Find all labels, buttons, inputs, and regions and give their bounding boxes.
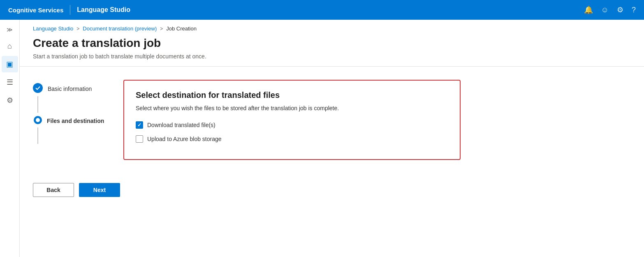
gear-icon[interactable]: ⚙ [617, 5, 623, 14]
page-description: Start a translation job to batch transla… [33, 53, 631, 60]
selection-description: Select where you wish the files to be st… [136, 105, 448, 111]
step-basic-info: Basic information [33, 80, 114, 96]
option-download: ✓ Download translated file(s) [136, 121, 448, 129]
breadcrumb: Language Studio > Document translation (… [20, 20, 644, 35]
steps-panel: Basic information Files and destination [33, 80, 123, 160]
breadcrumb-current: Job Creation [166, 25, 197, 32]
step-2-label: Files and destination [47, 116, 104, 124]
header-divider [20, 66, 644, 67]
sidebar-collapse-button[interactable]: ≫ [3, 23, 16, 36]
sidebar: ≫ ⌂ ▣ ☰ ⚙ [0, 20, 20, 257]
sidebar-item-settings[interactable]: ⚙ [2, 92, 18, 109]
option-azure: Upload to Azure blob storage [136, 135, 448, 143]
main-layout: ≫ ⌂ ▣ ☰ ⚙ Language Studio > Document tra… [0, 20, 644, 257]
selection-box: Select destination for translated files … [123, 80, 461, 160]
sidebar-item-document[interactable]: ▣ [2, 56, 18, 72]
brand-label: Cognitive Services [8, 7, 63, 14]
breadcrumb-doc-translation[interactable]: Document translation (preview) [83, 25, 157, 32]
topbar: Cognitive Services Language Studio 🔔 ☺ ⚙… [0, 0, 644, 20]
step-connector-2 [37, 127, 38, 144]
checkbox-download-label: Download translated file(s) [147, 122, 215, 128]
breadcrumb-sep-1: > [76, 26, 79, 32]
selection-title: Select destination for translated files [136, 90, 448, 100]
topbar-title: Language Studio [77, 6, 130, 14]
sidebar-item-list[interactable]: ☰ [2, 74, 18, 90]
content-area: Language Studio > Document translation (… [20, 20, 644, 257]
topbar-divider [70, 5, 70, 15]
form-panel: Select destination for translated files … [123, 80, 631, 160]
steps-content: Basic information Files and destination [20, 70, 644, 170]
step-1-label: Basic information [48, 84, 92, 92]
sidebar-item-home[interactable]: ⌂ [2, 38, 18, 54]
help-icon[interactable]: ? [632, 6, 636, 14]
checkmark-download: ✓ [137, 122, 141, 128]
bell-icon[interactable]: 🔔 [584, 5, 593, 14]
back-button[interactable]: Back [33, 183, 74, 197]
next-button[interactable]: Next [79, 183, 120, 197]
page-header: Create a translation job Start a transla… [20, 35, 644, 63]
step-2-icon [34, 116, 42, 124]
step-connector-1 [37, 96, 38, 113]
checkbox-azure[interactable] [136, 135, 143, 143]
topbar-icons: 🔔 ☺ ⚙ ? [584, 5, 636, 14]
checkbox-download[interactable]: ✓ [136, 121, 143, 129]
action-row: Back Next [20, 170, 644, 207]
checkbox-azure-label: Upload to Azure blob storage [147, 136, 222, 142]
step-1-icon [33, 83, 43, 93]
smiley-icon[interactable]: ☺ [601, 6, 609, 14]
page-title: Create a translation job [33, 37, 631, 50]
breadcrumb-language-studio[interactable]: Language Studio [33, 25, 73, 32]
breadcrumb-sep-2: > [160, 26, 163, 32]
step-files-destination: Files and destination [33, 113, 114, 127]
